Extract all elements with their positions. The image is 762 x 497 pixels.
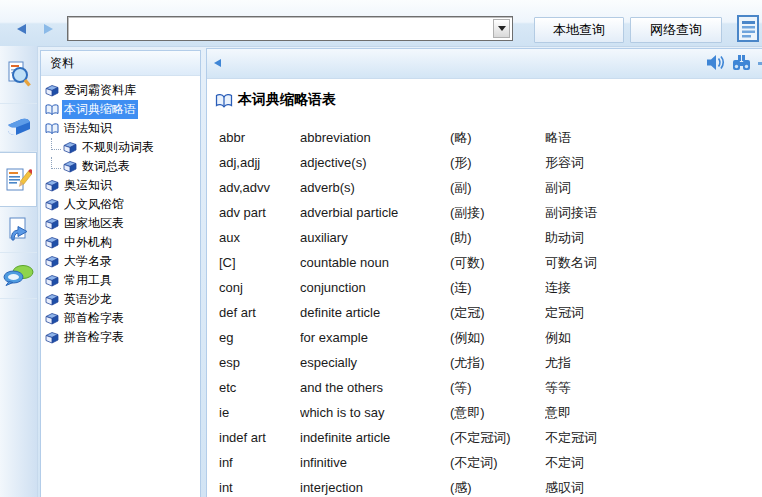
tree-item-label: 人文风俗馆 — [62, 195, 126, 214]
table-cell: (略) — [450, 129, 545, 147]
table-cell: infinitive — [300, 455, 450, 470]
table-row: adv partadverbial particle(副接)副词接语 — [219, 200, 758, 225]
closed-book-icon — [45, 217, 59, 230]
table-row: etcand the others(等)等等 — [219, 375, 758, 400]
tree-item[interactable]: 中外机构 — [41, 233, 200, 252]
table-cell: etc — [219, 380, 300, 395]
forward-arrow-icon[interactable] — [44, 24, 53, 34]
table-row: indef artindefinite article(不定冠词)不定冠词 — [219, 425, 758, 450]
table-cell: esp — [219, 355, 300, 370]
content-toolbar — [207, 49, 762, 79]
table-row: conjconjunction(连)连接 — [219, 275, 758, 300]
doc-search-icon — [6, 61, 31, 88]
table-cell: conjunction — [300, 280, 450, 295]
table-cell: (例如) — [450, 329, 545, 347]
table-cell: 定冠词 — [545, 304, 758, 322]
table-row: auxauxiliary(助)助动词 — [219, 225, 758, 250]
tree-item[interactable]: 英语沙龙 — [41, 290, 200, 309]
rail-item-chat[interactable] — [0, 253, 37, 299]
binoculars-icon[interactable] — [732, 54, 751, 71]
left-icon-rail — [0, 46, 38, 497]
table-row: adv,advvadverb(s)(副)副词 — [219, 175, 758, 200]
table-cell: adjective(s) — [300, 155, 450, 170]
closed-book-icon — [63, 160, 77, 173]
tree-item[interactable]: 爱词霸资料库 — [41, 81, 200, 100]
tree-item[interactable]: 人文风俗馆 — [41, 195, 200, 214]
rail-item-transfer[interactable] — [0, 207, 37, 253]
tree-item[interactable]: 大学名录 — [41, 252, 200, 271]
search-combobox[interactable] — [67, 16, 513, 41]
tree-item-label: 数词总表 — [80, 157, 132, 176]
closed-book-icon — [45, 236, 59, 249]
abbreviation-table: abbrabbreviation(略)略语adj,adjjadjective(s… — [219, 125, 758, 497]
table-row: intinterjection(感)感叹词 — [219, 475, 758, 497]
web-search-button[interactable]: 网络查询 — [630, 17, 722, 43]
table-cell: interjection — [300, 480, 450, 495]
table-cell: (尤指) — [450, 354, 545, 372]
document-list-icon[interactable] — [736, 15, 762, 43]
tree-item-label: 常用工具 — [62, 271, 114, 290]
closed-book-icon — [45, 274, 59, 287]
table-cell: which is to say — [300, 405, 450, 420]
closed-book-icon — [45, 84, 59, 97]
tree-item[interactable]: 国家地区表 — [41, 214, 200, 233]
open-book-icon — [45, 122, 59, 135]
table-row: infinfinitive(不定词)不定词 — [219, 450, 758, 475]
page-title: 本词典缩略语表 — [215, 91, 762, 109]
tree-item-label: 爱词霸资料库 — [62, 81, 138, 100]
table-cell: 助动词 — [545, 229, 758, 247]
content-panel: 本词典缩略语表 abbrabbreviation(略)略语adj,adjjadj… — [206, 48, 762, 497]
tree-item[interactable]: 本词典缩略语 — [41, 100, 200, 119]
clipped-toolbar-icon — [758, 62, 762, 65]
resource-tree: 爱词霸资料库本词典缩略语语法知识不规则动词表数词总表奥运知识人文风俗馆国家地区表… — [41, 76, 200, 347]
closed-book-icon — [45, 331, 59, 344]
tree-item-label: 不规则动词表 — [80, 138, 156, 157]
back-arrow-icon[interactable] — [17, 24, 26, 34]
closed-book-icon — [45, 255, 59, 268]
table-cell: adj,adjj — [219, 155, 300, 170]
table-cell: auxiliary — [300, 230, 450, 245]
tree-item[interactable]: 语法知识 — [41, 119, 200, 138]
table-cell: (副接) — [450, 204, 545, 222]
table-cell: 等等 — [545, 379, 758, 397]
closed-book-icon — [45, 312, 59, 325]
table-row: [C]countable noun(可数)可数名词 — [219, 250, 758, 275]
table-cell: (形) — [450, 154, 545, 172]
tree-item[interactable]: 不规则动词表 — [41, 138, 200, 157]
tree-item-label: 本词典缩略语 — [62, 100, 138, 119]
open-book-icon — [45, 103, 59, 116]
table-cell: 副词 — [545, 179, 758, 197]
table-row: adj,adjjadjective(s)(形)形容词 — [219, 150, 758, 175]
speaker-icon[interactable] — [706, 54, 725, 71]
search-input[interactable] — [70, 19, 492, 38]
table-cell: especially — [300, 355, 450, 370]
table-cell: 可数名词 — [545, 254, 758, 272]
tree-item-label: 拼音检字表 — [62, 328, 126, 347]
chat-bubbles-icon — [3, 264, 34, 287]
tree-item[interactable]: 部首检字表 — [41, 309, 200, 328]
collapse-arrow-icon[interactable] — [214, 59, 221, 67]
tree-item-label: 大学名录 — [62, 252, 114, 271]
table-cell: ie — [219, 405, 300, 420]
table-cell: 例如 — [545, 329, 758, 347]
table-cell: (感) — [450, 479, 545, 497]
table-cell: (等) — [450, 379, 545, 397]
tree-item[interactable]: 数词总表 — [41, 157, 200, 176]
tree-item[interactable]: 拼音检字表 — [41, 328, 200, 347]
tree-item[interactable]: 常用工具 — [41, 271, 200, 290]
rail-item-dictionary[interactable] — [0, 104, 37, 152]
table-cell: eg — [219, 330, 300, 345]
rail-item-lookup[interactable] — [0, 46, 37, 104]
sidebar-header: 资料 — [41, 51, 200, 76]
table-cell: inf — [219, 455, 300, 470]
tree-item[interactable]: 奥运知识 — [41, 176, 200, 195]
closed-book-icon — [45, 293, 59, 306]
local-search-button[interactable]: 本地查询 — [534, 17, 624, 43]
rail-item-notes[interactable] — [0, 152, 37, 207]
table-cell: (不定词) — [450, 454, 545, 472]
table-cell: adv,advv — [219, 180, 300, 195]
closed-book-icon — [63, 141, 77, 154]
combo-dropdown-button[interactable] — [493, 19, 510, 38]
page-title-text: 本词典缩略语表 — [238, 91, 336, 109]
table-row: abbrabbreviation(略)略语 — [219, 125, 758, 150]
